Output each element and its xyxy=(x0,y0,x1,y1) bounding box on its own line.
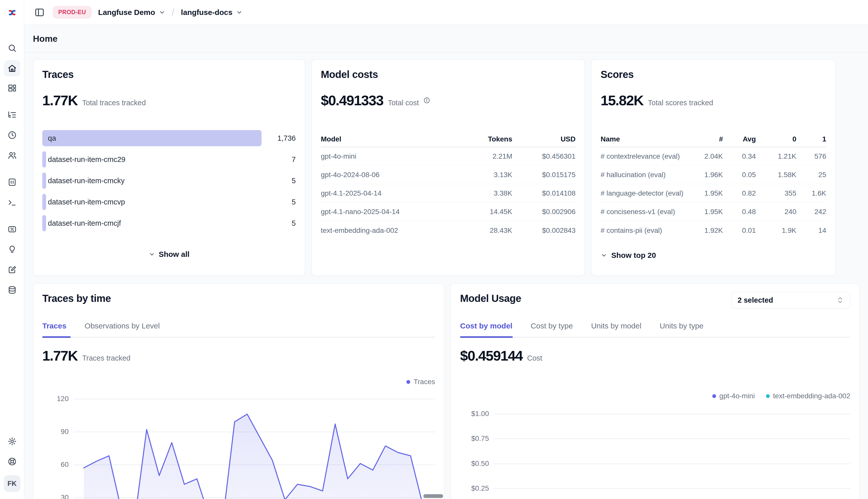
y-tick-label: 90 xyxy=(42,428,69,436)
sidebar-item-sessions[interactable] xyxy=(4,127,20,143)
table-row: # conciseness-v1 (eval) 1.95K 0.48 240 2… xyxy=(601,203,826,221)
scores-total-label: Total scores tracked xyxy=(648,99,713,107)
sidebar-item-settings[interactable] xyxy=(4,433,20,449)
info-icon[interactable] xyxy=(423,97,430,104)
table-row: # hallucination (eval) 1.96K 0.05 1.58K … xyxy=(601,166,826,184)
sidebar-item-home[interactable] xyxy=(4,60,20,76)
traces-total-label: Total traces tracked xyxy=(82,99,146,107)
y-tick-label: $1.00 xyxy=(460,410,489,418)
users-icon xyxy=(8,151,17,160)
sidebar: FK xyxy=(0,0,24,499)
tab-cost-by-model[interactable]: Cost by model xyxy=(460,321,512,330)
sidebar-item-prompts[interactable] xyxy=(4,174,20,190)
model-usage-tabs: Cost by model Cost by type Units by mode… xyxy=(460,321,703,330)
y-tick-label: $0.75 xyxy=(460,435,489,442)
tabs-underline xyxy=(460,337,850,338)
sidebar-item-exports[interactable] xyxy=(4,282,20,298)
lightbulb-icon xyxy=(8,245,17,254)
lifebuoy-icon xyxy=(8,457,17,466)
gridline xyxy=(494,414,850,414)
langfuse-logo[interactable] xyxy=(5,5,19,20)
tab-units-by-model[interactable]: Units by model xyxy=(591,321,641,330)
trace-bar-row: dataset-run-item-cmc29 7 xyxy=(42,151,296,168)
sidebar-item-evaluators[interactable] xyxy=(4,221,20,238)
chevron-down-icon xyxy=(236,9,242,16)
tab-observations-by-level[interactable]: Observations by Level xyxy=(85,321,160,330)
project-name: langfuse-docs xyxy=(181,8,233,17)
card-title: Traces xyxy=(42,69,74,80)
trace-bar-label: dataset-run-item-cmcjf xyxy=(48,219,121,228)
trace-bar-value: 5 xyxy=(262,219,296,228)
table-header: Model Tokens USD xyxy=(321,132,575,147)
traces-area-chart xyxy=(74,390,437,499)
model-costs-total-metric: $0.491333 xyxy=(321,92,383,109)
sidebar-item-search[interactable] xyxy=(4,40,20,56)
chevron-down-icon xyxy=(148,251,155,258)
avatar[interactable]: FK xyxy=(4,475,21,492)
slash-separator: / xyxy=(172,7,175,18)
y-tick-label: 120 xyxy=(42,395,69,403)
scores-table: Name # Avg 0 1 # contextrelevance (eval)… xyxy=(601,132,826,240)
table-row: gpt-4o-mini 2.21M $0.456301 xyxy=(321,147,575,166)
trace-bar xyxy=(42,194,46,210)
tracing-icon xyxy=(8,110,17,119)
chevron-down-icon xyxy=(159,9,165,16)
model-costs-card: Model costs $0.491333 Total cost Model T… xyxy=(311,60,585,276)
sidebar-item-tracing[interactable] xyxy=(4,107,20,123)
legend-item: Traces xyxy=(406,378,435,386)
card-title: Model Usage xyxy=(460,293,521,304)
show-top-20-button[interactable]: Show top 20 xyxy=(601,251,656,260)
sidebar-item-datasets[interactable] xyxy=(4,261,20,278)
model-costs-table: Model Tokens USD gpt-4o-mini 2.21M $0.45… xyxy=(321,132,575,240)
table-row: # language-detector (eval) 1.95K 0.82 35… xyxy=(601,184,826,203)
cost-metric: $0.459144 xyxy=(460,348,523,364)
y-tick-label: 60 xyxy=(42,461,69,468)
horizontal-scrollbar-thumb[interactable] xyxy=(423,494,443,498)
legend-item: text-embedding-ada-002 xyxy=(766,392,850,400)
sidebar-item-playground[interactable] xyxy=(4,194,20,210)
langfuse-logo-icon xyxy=(7,7,18,18)
sidebar-item-annotation[interactable] xyxy=(4,241,20,258)
show-all-button[interactable]: Show all xyxy=(33,250,305,259)
scores-total-metric: 15.82K xyxy=(601,92,643,109)
trace-bar-row: dataset-run-item-cmcvp 5 xyxy=(42,194,296,210)
org-name: Langfuse Demo xyxy=(98,8,155,17)
traces-card: Traces 1.77K Total traces tracked qa 1,7… xyxy=(33,60,305,276)
tab-traces[interactable]: Traces xyxy=(42,321,66,330)
trace-bar xyxy=(42,130,262,146)
tab-units-by-type[interactable]: Units by type xyxy=(659,321,703,330)
sidebar-item-dashboards[interactable] xyxy=(4,80,20,96)
gridline xyxy=(494,488,850,489)
table-row: gpt-4.1-nano-2025-04-14 14.45K $0.002906 xyxy=(321,203,575,221)
project-switcher[interactable]: langfuse-docs xyxy=(181,8,242,17)
datasets-pen-icon xyxy=(8,265,17,274)
y-tick-label: $0.25 xyxy=(460,484,489,492)
area-fill xyxy=(84,414,423,499)
model-selector[interactable]: 2 selected xyxy=(731,292,850,308)
traces-tracked-metric: 1.77K xyxy=(42,348,78,364)
sidebar-item-users[interactable] xyxy=(4,147,20,163)
trace-bar xyxy=(42,215,46,231)
chart-legend: gpt-4o-mini text-embedding-ada-002 xyxy=(712,392,850,400)
chart-legend: Traces xyxy=(406,378,435,386)
sidebar-item-support[interactable] xyxy=(4,453,20,470)
org-switcher[interactable]: Langfuse Demo xyxy=(98,8,165,17)
active-tab-indicator xyxy=(460,336,513,338)
home-icon xyxy=(8,64,17,73)
traces-by-time-card: Traces by time Traces Observations by Le… xyxy=(33,283,444,499)
trace-bar-label: dataset-run-item-cmcvp xyxy=(48,198,125,206)
trace-bar-label: qa xyxy=(48,134,56,143)
page-title: Home xyxy=(33,34,58,44)
trace-bar-row: dataset-run-item-cmcjf 5 xyxy=(42,215,296,231)
playground-terminal-icon xyxy=(8,198,17,207)
table-row: gpt-4.1-2025-04-14 3.38K $0.014108 xyxy=(321,184,575,203)
prompts-icon xyxy=(8,178,17,187)
cost-metric-label: Cost xyxy=(527,354,543,362)
table-row: # contextrelevance (eval) 2.04K 0.34 1.2… xyxy=(601,147,826,166)
sidebar-toggle-button[interactable] xyxy=(33,6,46,19)
tab-cost-by-type[interactable]: Cost by type xyxy=(531,321,573,330)
trace-bar-row: qa 1,736 xyxy=(42,130,296,146)
trace-bar-label: dataset-run-item-cmcky xyxy=(48,177,124,185)
trace-bar-label: dataset-run-item-cmc29 xyxy=(48,155,125,164)
trace-bar-value: 5 xyxy=(262,198,296,206)
